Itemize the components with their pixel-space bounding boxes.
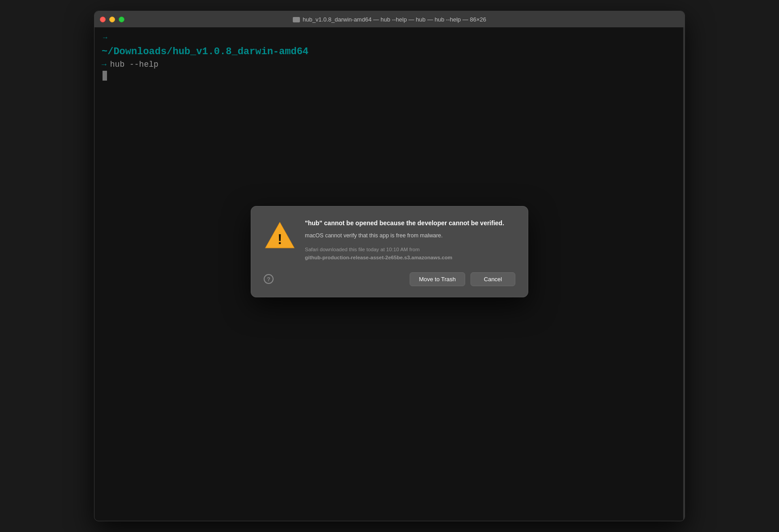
help-button[interactable]: ? [264,274,274,284]
dialog-source-label: Safari downloaded this file today at 10:… [305,247,419,252]
minimize-button[interactable] [109,17,115,22]
modal-overlay: ! "hub" cannot be opened because the dev… [94,27,685,521]
terminal-window: hub_v1.0.8_darwin-amd64 — hub --help — h… [94,11,685,521]
close-button[interactable] [100,17,106,22]
security-dialog: ! "hub" cannot be opened because the dev… [251,206,528,297]
dialog-body: ! "hub" cannot be opened because the dev… [264,219,515,262]
title-bar: hub_v1.0.8_darwin-amd64 — hub --help — h… [94,11,685,27]
traffic-lights [100,17,124,22]
cancel-button[interactable]: Cancel [471,272,515,286]
terminal-content[interactable]: → ~/Downloads/hub_v1.0.8_darwin-amd64 → … [94,27,685,521]
dialog-title: "hub" cannot be opened because the devel… [305,219,515,228]
dialog-footer: ? Move to Trash Cancel [264,272,515,286]
svg-text:!: ! [278,232,282,247]
terminal-icon [293,17,300,22]
warning-icon: ! [264,219,296,251]
dialog-source-url: github-production-release-asset-2e65be.s… [305,255,452,260]
dialog-text: "hub" cannot be opened because the devel… [305,219,515,262]
maximize-button[interactable] [119,17,124,22]
dialog-buttons: Move to Trash Cancel [410,272,515,286]
move-to-trash-button[interactable]: Move to Trash [410,272,465,286]
window-title: hub_v1.0.8_darwin-amd64 — hub --help — h… [293,16,486,23]
warning-icon-container: ! [264,219,296,251]
dialog-description: macOS cannot verify that this app is fre… [305,232,515,240]
dialog-source: Safari downloaded this file today at 10:… [305,246,515,262]
